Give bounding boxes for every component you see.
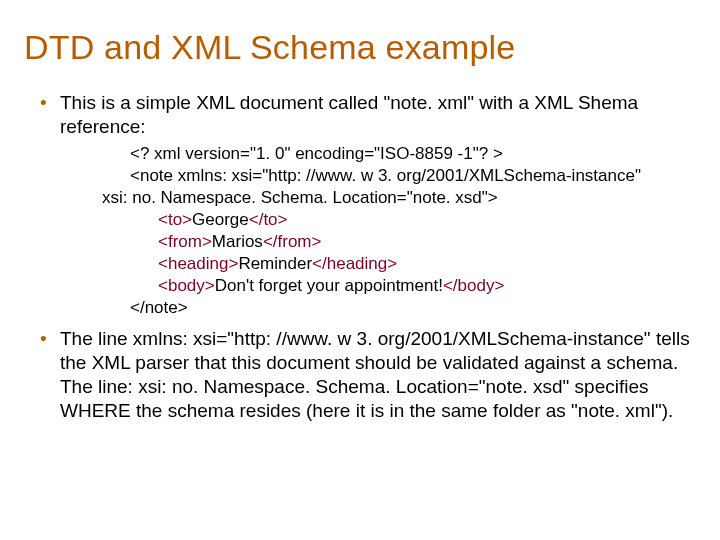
code-line: <note xmlns: xsi="http: //www. w 3. org/… [102, 165, 696, 187]
xml-code-block: <? xml version="1. 0" encoding="ISO-8859… [102, 143, 696, 320]
xml-text: Reminder [238, 254, 312, 273]
code-line: </note> [102, 297, 696, 319]
slide-title: DTD and XML Schema example [24, 28, 696, 67]
code-line: <heading>Reminder</heading> [102, 253, 696, 275]
code-line: <from>Marios</from> [102, 231, 696, 253]
xml-tag: <from> [158, 232, 212, 251]
xml-tag: </body> [443, 276, 504, 295]
code-line: <to>George</to> [102, 209, 696, 231]
xml-tag: </to> [249, 210, 288, 229]
bullet-item-1: This is a simple XML document called "no… [40, 91, 696, 319]
xml-tag: <body> [158, 276, 215, 295]
bullet-item-2: The line xmlns: xsi="http: //www. w 3. o… [40, 327, 696, 422]
xml-text: George [192, 210, 249, 229]
code-line: <body>Don't forget your appointment!</bo… [102, 275, 696, 297]
xml-tag: </heading> [312, 254, 397, 273]
xml-tag: </from> [263, 232, 322, 251]
xml-text: Marios [212, 232, 263, 251]
xml-tag: <to> [158, 210, 192, 229]
code-line: xsi: no. Namespace. Schema. Location="no… [102, 187, 696, 209]
bullet-list: This is a simple XML document called "no… [24, 91, 696, 422]
xml-text: Don't forget your appointment! [215, 276, 443, 295]
bullet-text: This is a simple XML document called "no… [60, 92, 638, 137]
code-line: <? xml version="1. 0" encoding="ISO-8859… [102, 143, 696, 165]
bullet-text: The line xmlns: xsi="http: //www. w 3. o… [60, 328, 690, 420]
xml-tag: <heading> [158, 254, 238, 273]
